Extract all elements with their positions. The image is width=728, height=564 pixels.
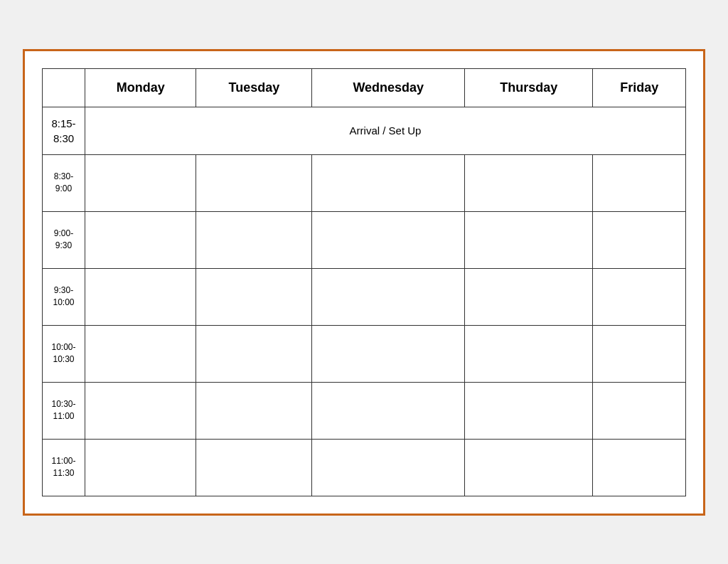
cell-mon-830	[85, 154, 196, 211]
arrival-row: 8:15-8:30 Arrival / Set Up	[43, 107, 686, 154]
cell-thu-930	[465, 268, 593, 325]
schedule-table: Monday Tuesday Wednesday Thursday Friday…	[42, 68, 686, 496]
cell-wed-1030	[312, 382, 465, 439]
cell-wed-830	[312, 154, 465, 211]
cell-fri-1100	[593, 439, 686, 496]
cell-wed-930	[312, 268, 465, 325]
table-row: 10:30-11:00	[43, 382, 686, 439]
cell-tue-830	[196, 154, 312, 211]
cell-mon-930	[85, 268, 196, 325]
header-wednesday: Wednesday	[312, 68, 465, 107]
cell-tue-1030	[196, 382, 312, 439]
cell-fri-930	[593, 268, 686, 325]
time-900: 9:00-9:30	[43, 211, 85, 268]
cell-thu-1100	[465, 439, 593, 496]
cell-wed-1000	[312, 325, 465, 382]
table-row: 11:00-11:30	[43, 439, 686, 496]
arrival-label: Arrival / Set Up	[85, 107, 686, 154]
time-1100: 11:00-11:30	[43, 439, 85, 496]
cell-tue-1100	[196, 439, 312, 496]
cell-thu-1030	[465, 382, 593, 439]
cell-tue-1000	[196, 325, 312, 382]
cell-tue-930	[196, 268, 312, 325]
cell-thu-900	[465, 211, 593, 268]
table-row: 9:00-9:30	[43, 211, 686, 268]
cell-mon-1000	[85, 325, 196, 382]
cell-wed-1100	[312, 439, 465, 496]
time-1030: 10:30-11:00	[43, 382, 85, 439]
cell-fri-1030	[593, 382, 686, 439]
time-930: 9:30-10:00	[43, 268, 85, 325]
cell-thu-1000	[465, 325, 593, 382]
cell-mon-900	[85, 211, 196, 268]
cell-mon-1030	[85, 382, 196, 439]
time-830: 8:30-9:00	[43, 154, 85, 211]
header-thursday: Thursday	[465, 68, 593, 107]
page-wrapper: Monday Tuesday Wednesday Thursday Friday…	[23, 49, 705, 516]
time-1000: 10:00-10:30	[43, 325, 85, 382]
cell-fri-830	[593, 154, 686, 211]
cell-wed-900	[312, 211, 465, 268]
time-arrival: 8:15-8:30	[43, 107, 85, 154]
header-empty	[43, 68, 85, 107]
cell-fri-900	[593, 211, 686, 268]
header-friday: Friday	[593, 68, 686, 107]
cell-fri-1000	[593, 325, 686, 382]
table-row: 10:00-10:30	[43, 325, 686, 382]
cell-thu-830	[465, 154, 593, 211]
header-tuesday: Tuesday	[196, 68, 312, 107]
cell-mon-1100	[85, 439, 196, 496]
header-monday: Monday	[85, 68, 196, 107]
table-row: 8:30-9:00	[43, 154, 686, 211]
table-row: 9:30-10:00	[43, 268, 686, 325]
cell-tue-900	[196, 211, 312, 268]
